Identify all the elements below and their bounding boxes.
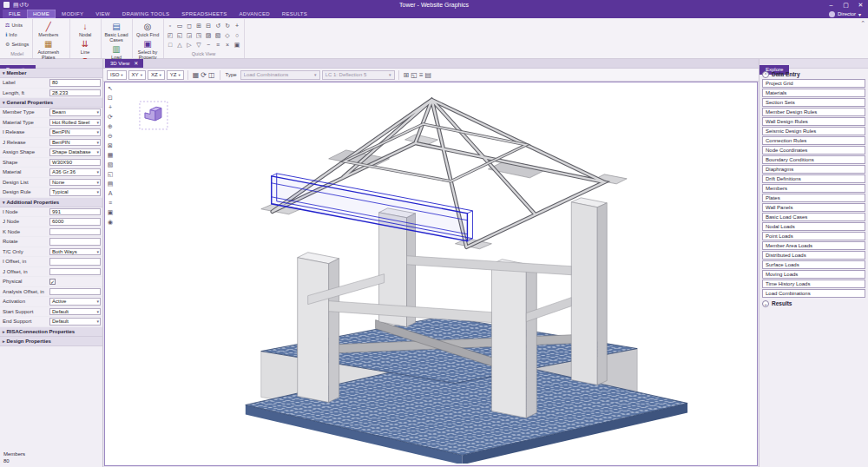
select-design-rule[interactable]: Typical▾ — [49, 188, 101, 196]
viewport-toolbar-right-icon-4[interactable]: ▤ — [424, 69, 433, 81]
redo-icon[interactable]: ↻ — [24, 2, 30, 8]
rotate-icon[interactable]: ⟳ — [106, 113, 115, 122]
input-i-offset-in[interactable] — [49, 258, 101, 266]
quick-view-icon-20[interactable]: ▽ — [194, 40, 204, 49]
explorer-item-boundary-conditions[interactable]: Boundary Conditions — [762, 155, 865, 164]
close-tab-icon[interactable]: ✕ — [134, 59, 138, 69]
quick-view-icon-16[interactable]: ○ — [233, 30, 242, 40]
viewport-tab-3d-view[interactable]: 3D View ✕ — [105, 59, 143, 68]
quick-view-icon-23[interactable]: × — [223, 40, 233, 49]
shaded-view-icon[interactable]: ▧ — [106, 161, 115, 169]
explorer-item-load-combinations[interactable]: Load Combinations — [762, 289, 865, 298]
user-menu[interactable]: Director ▾ — [829, 10, 868, 18]
menu-tab-modify[interactable]: MODIFY — [56, 10, 89, 18]
explorer-item-materials[interactable]: Materials — [762, 89, 865, 97]
explorer-section-data-entry[interactable]: ⌃Data Entry — [760, 69, 868, 79]
quick-view-icon-6[interactable]: ↺ — [214, 21, 223, 30]
select-material-type[interactable]: Hot Rolled Steel▾ — [49, 119, 101, 127]
ribbon-button-basic-load-cases[interactable]: ▤Basic Load Cases — [103, 20, 130, 43]
explorer-item-drift-definitions[interactable]: Drift Definitions — [762, 174, 865, 183]
quick-view-icon-3[interactable]: ◻ — [185, 21, 194, 30]
checkbox-physical[interactable]: ✓ — [49, 279, 56, 285]
ribbon-button-info[interactable]: ℹInfo — [3, 30, 18, 38]
explorer-item-basic-load-cases[interactable]: Basic Load Cases — [762, 213, 865, 221]
input-shape[interactable]: W30X90 — [49, 159, 101, 167]
options-icon[interactable]: ≡ — [106, 199, 115, 207]
render-icon[interactable]: ▦ — [106, 151, 115, 160]
clip-icon[interactable]: ◱ — [106, 170, 115, 179]
menu-tab-drawing-tools[interactable]: DRAWING TOOLS — [116, 10, 175, 18]
close-button[interactable]: ✕ — [853, 0, 868, 10]
quick-view-icon-12[interactable]: ◳ — [194, 30, 204, 40]
menu-tab-home[interactable]: HOME — [27, 10, 56, 18]
maximize-button[interactable]: ▢ — [838, 0, 853, 10]
select-t-c-only[interactable]: Both Ways▾ — [49, 248, 101, 256]
quick-view-icon-2[interactable]: ▭ — [175, 21, 185, 30]
ribbon-collapse-icon[interactable]: ⌃ — [860, 20, 865, 27]
viewport-toolbar-right-icon-2[interactable]: ◱ — [410, 69, 418, 81]
input-length-ft[interactable]: 28.233 — [49, 89, 101, 97]
select-member-type[interactable]: Beam▾ — [49, 109, 101, 116]
ribbon-button-select-by-property[interactable]: ▣Select by Property — [135, 37, 161, 60]
viewport-toolbar-right-icon-1[interactable]: ⊞ — [403, 69, 411, 81]
property-section-risaconnection-properties[interactable]: ▸RISAConnection Properties — [0, 327, 102, 337]
explorer-item-wall-design-rules[interactable]: Wall Design Rules — [762, 117, 865, 126]
quick-view-icon-19[interactable]: ▷ — [185, 40, 194, 49]
viewport-toolbar-icon-2[interactable]: ⟳ — [200, 69, 207, 81]
quick-view-icon-10[interactable]: ◱ — [175, 30, 185, 40]
view-button-iso[interactable]: ISO▾ — [107, 70, 127, 80]
input-j-node[interactable]: 6000 — [49, 218, 101, 226]
input-j-offset-in[interactable] — [49, 268, 101, 276]
quick-view-icon-8[interactable]: + — [233, 21, 242, 30]
select-start-support[interactable]: Default▾ — [49, 308, 101, 316]
load-type-dropdown[interactable]: Load Combinations ▾ — [240, 70, 320, 80]
explorer-item-surface-loads[interactable]: Surface Loads — [762, 260, 865, 269]
explorer-item-member-area-loads[interactable]: Member Area Loads — [762, 241, 865, 250]
save-icon[interactable]: ▤ — [13, 2, 19, 8]
menu-tab-spreadsheets[interactable]: SPREADSHEETS — [175, 10, 233, 18]
explorer-item-member-design-rules[interactable]: Member Design Rules — [762, 108, 865, 116]
viewport-toolbar-icon-3[interactable]: ◫ — [207, 69, 216, 81]
quick-view-icon-13[interactable]: ▨ — [204, 30, 214, 40]
explorer-item-seismic-design-rules[interactable]: Seismic Design Rules — [762, 127, 865, 135]
input-label[interactable]: 80 — [49, 79, 101, 87]
chevron-toggle-icon[interactable]: ⌃ — [762, 71, 769, 78]
ribbon-button-units[interactable]: ⚖Units — [3, 21, 24, 29]
model-canvas[interactable]: ↖⊡+⟳⊕⊖⊠▦▧◱▤A≡▣◉ — [104, 82, 758, 466]
select-i-release[interactable]: BenPIN▾ — [49, 128, 101, 136]
view-button-yz[interactable]: YZ▾ — [167, 70, 184, 80]
quick-view-icon-24[interactable]: ▣ — [233, 40, 242, 49]
load-combination-dropdown[interactable]: LC 1: Deflection 5 ▾ — [322, 70, 395, 80]
ribbon-button-members[interactable]: ╱Members — [35, 20, 62, 37]
quick-view-icon-14[interactable]: ▧ — [214, 30, 223, 40]
select-icon[interactable]: ↖ — [106, 84, 115, 93]
explorer-item-moving-loads[interactable]: Moving Loads — [762, 270, 865, 279]
quick-view-icon-7[interactable]: ↻ — [223, 21, 233, 30]
plates-view-icon[interactable]: ▤ — [106, 180, 115, 188]
select-design-list[interactable]: None▾ — [49, 179, 101, 187]
select-activation[interactable]: Active▾ — [49, 298, 101, 306]
input-analysis-offset-in[interactable] — [49, 288, 101, 296]
ribbon-button-settings[interactable]: ⚙Settings — [3, 40, 30, 48]
property-section-additional-properties[interactable]: ▾Additional Properties — [0, 198, 102, 207]
explorer-item-plates[interactable]: Plates — [762, 194, 865, 202]
selected-member-80[interactable] — [272, 174, 473, 241]
explorer-item-diaphragms[interactable]: Diaphragms — [762, 165, 865, 174]
ribbon-button-automesh-plates[interactable]: ▦Automesh Plates — [35, 37, 62, 60]
view-button-xz[interactable]: XZ▾ — [148, 70, 165, 80]
input-k-node[interactable] — [49, 228, 101, 236]
explorer-item-members[interactable]: Members — [762, 184, 865, 193]
pan-icon[interactable]: + — [106, 103, 115, 112]
property-section-design-properties[interactable]: ▸Design Properties — [0, 337, 102, 346]
snap-icon[interactable]: ◉ — [106, 218, 115, 227]
select-j-release[interactable]: BenPIN▾ — [49, 139, 101, 147]
lock-icon[interactable]: ▣ — [106, 208, 115, 217]
explorer-item-distributed-loads[interactable]: Distributed Loads — [762, 251, 865, 260]
ribbon-button-nodal[interactable]: ↓Nodal — [72, 20, 99, 37]
select-material[interactable]: A36 Gr.36▾ — [49, 168, 101, 176]
quick-view-icon-15[interactable]: ◇ — [223, 30, 233, 40]
quick-view-icon-9[interactable]: ◰ — [166, 30, 175, 40]
quick-view-icon-21[interactable]: − — [204, 40, 214, 49]
viewport-toolbar-icon-1[interactable]: ▦ — [192, 69, 201, 81]
app-icon[interactable] — [3, 2, 10, 8]
